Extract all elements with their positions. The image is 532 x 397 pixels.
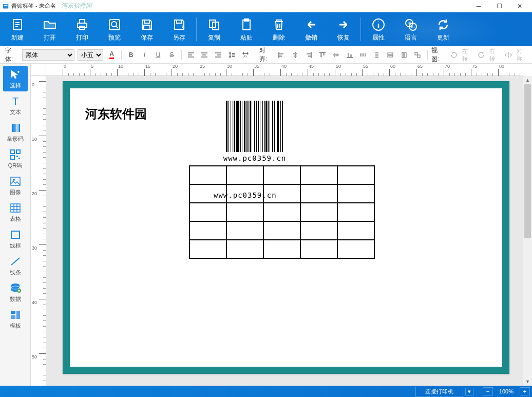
- obj-align-hcenter-button[interactable]: [290, 49, 300, 61]
- svg-rect-21: [279, 53, 283, 54]
- text-object[interactable]: 河东软件园: [85, 106, 147, 122]
- canvas-area: 05101520253035404550556065707580 0102030…: [31, 64, 532, 386]
- symmetry-button[interactable]: [503, 49, 513, 61]
- printer-icon: [74, 17, 90, 32]
- horizontal-ruler: 05101520253035404550556065707580: [46, 64, 523, 76]
- svg-rect-39: [388, 53, 393, 54]
- svg-rect-42: [405, 52, 406, 58]
- distribute-v-button[interactable]: [372, 49, 382, 61]
- open-button[interactable]: 打开: [33, 12, 66, 46]
- undo-button[interactable]: 撤销: [295, 12, 327, 46]
- print-button[interactable]: 打印: [66, 12, 98, 46]
- table-object[interactable]: [189, 165, 375, 259]
- copy-button[interactable]: 复制: [198, 12, 230, 46]
- barcode-object[interactable]: www.pc0359.cn: [211, 101, 298, 162]
- text-tool[interactable]: T 文本: [3, 92, 28, 118]
- same-size-button[interactable]: [412, 49, 423, 61]
- barcode-tool[interactable]: 条形码: [3, 119, 28, 145]
- svg-rect-67: [16, 311, 20, 319]
- align-right-button[interactable]: [213, 49, 223, 61]
- rotate-right-button[interactable]: [476, 49, 486, 61]
- svg-text:T: T: [12, 96, 18, 107]
- line-icon: [9, 255, 22, 268]
- bold-button[interactable]: B: [126, 49, 136, 61]
- svg-rect-4: [80, 20, 85, 23]
- barcode-bars: [211, 101, 298, 152]
- svg-rect-25: [307, 53, 311, 54]
- svg-point-7: [111, 22, 117, 27]
- line-spacing-button[interactable]: [226, 49, 237, 61]
- template-tool[interactable]: 模板: [3, 306, 28, 332]
- obj-align-top-button[interactable]: [317, 49, 328, 61]
- strikethrough-button[interactable]: S: [166, 49, 177, 61]
- redo-button[interactable]: 恢复: [327, 12, 359, 46]
- font-color-button[interactable]: A: [106, 49, 117, 61]
- letter-spacing-button[interactable]: AY: [240, 49, 251, 61]
- distribute-h-button[interactable]: [358, 49, 368, 61]
- minimize-button[interactable]: ─: [468, 0, 489, 12]
- svg-rect-8: [144, 20, 149, 23]
- obj-align-vcenter-button[interactable]: [331, 49, 341, 61]
- data-tool[interactable]: 数据: [3, 279, 28, 305]
- paste-button[interactable]: 粘贴: [230, 12, 262, 46]
- canvas-watermark: www.pc0359.cn: [214, 191, 277, 199]
- save-button[interactable]: 保存: [130, 12, 163, 46]
- align-left-button[interactable]: [186, 49, 196, 61]
- line-tool[interactable]: 线条: [3, 253, 28, 278]
- text-icon: T: [9, 95, 22, 107]
- ruler-corner: [31, 64, 46, 76]
- app-logo-icon: [2, 3, 9, 10]
- image-tool[interactable]: 图像: [3, 173, 28, 198]
- obj-align-left-button[interactable]: [276, 49, 287, 61]
- svg-rect-37: [375, 54, 378, 55]
- zoom-in-button[interactable]: +: [520, 387, 530, 395]
- svg-rect-24: [294, 55, 296, 57]
- scroll-down-icon[interactable]: ▼: [523, 377, 532, 386]
- info-icon: [371, 17, 386, 32]
- align-center-button[interactable]: [199, 49, 210, 61]
- svg-rect-29: [334, 53, 335, 57]
- select-tool[interactable]: 选择: [3, 66, 28, 91]
- maximize-button[interactable]: ☐: [489, 0, 509, 12]
- preview-button[interactable]: 预览: [98, 12, 130, 46]
- font-name-select[interactable]: 黑体: [22, 49, 74, 61]
- zoom-out-button[interactable]: −: [483, 387, 493, 395]
- obj-align-right-button[interactable]: [303, 49, 314, 61]
- label-page[interactable]: 河东软件园 www.pc0359.cn www.pc0359.cn: [63, 81, 509, 374]
- svg-rect-32: [350, 54, 352, 57]
- rotate-left-label: 左转: [462, 47, 472, 63]
- same-width-button[interactable]: [385, 49, 395, 61]
- frame-tool[interactable]: 线框: [3, 226, 28, 252]
- rotate-left-button[interactable]: [449, 49, 459, 61]
- window-title: 普贴标签 - 未命名: [11, 2, 56, 10]
- magnifier-icon: [107, 17, 122, 32]
- printer-dropdown-button[interactable]: ▾: [465, 388, 473, 395]
- new-button[interactable]: 新建: [1, 12, 33, 46]
- language-button[interactable]: 中En 语言: [394, 12, 427, 46]
- svg-rect-10: [177, 20, 182, 23]
- saveas-button[interactable]: 另存: [163, 12, 195, 46]
- svg-rect-28: [323, 53, 325, 55]
- svg-text:En: En: [411, 26, 414, 29]
- font-size-select[interactable]: 小五: [78, 49, 103, 61]
- svg-rect-38: [375, 56, 378, 58]
- update-button[interactable]: 更新: [427, 12, 459, 46]
- close-button[interactable]: ✕: [509, 0, 530, 12]
- svg-rect-55: [16, 150, 20, 154]
- delete-button[interactable]: 删除: [262, 12, 295, 46]
- italic-button[interactable]: I: [139, 49, 149, 61]
- connect-printer-button[interactable]: 连接打印机: [415, 387, 463, 396]
- vertical-scrollbar[interactable]: ▲ ▼: [523, 76, 532, 386]
- same-height-button[interactable]: [399, 49, 409, 61]
- scroll-up-icon[interactable]: ▲: [523, 76, 532, 84]
- scrollbar-thumb[interactable]: [524, 84, 531, 238]
- properties-button[interactable]: 属性: [362, 12, 394, 46]
- svg-rect-51: [17, 124, 17, 132]
- underline-button[interactable]: U: [153, 49, 163, 61]
- obj-align-bottom-button[interactable]: [345, 49, 355, 61]
- table-tool[interactable]: 表格: [3, 199, 28, 225]
- canvas-viewport[interactable]: 河东软件园 www.pc0359.cn www.pc0359.cn: [46, 76, 523, 386]
- qrcode-tool[interactable]: QR码: [3, 146, 28, 172]
- refresh-icon: [435, 17, 451, 32]
- svg-rect-9: [144, 25, 150, 29]
